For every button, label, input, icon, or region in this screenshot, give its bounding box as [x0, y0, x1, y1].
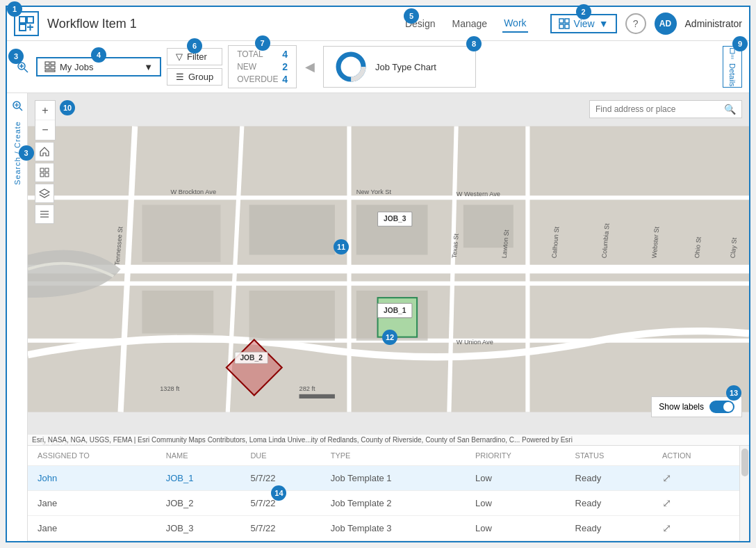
new-value: 2: [282, 61, 288, 72]
nav-work[interactable]: Work: [502, 15, 527, 33]
svg-rect-37: [249, 205, 335, 255]
svg-text:JOB_1: JOB_1: [384, 307, 406, 314]
details-button[interactable]: Details: [723, 46, 742, 88]
map-attribution: Esri, NASA, NGA, USGS, FEMA | Esri Commu…: [28, 435, 749, 445]
svg-rect-12: [51, 62, 55, 65]
svg-text:W Union Ave: W Union Ave: [457, 339, 493, 346]
cell-type: Job Template 2: [321, 491, 466, 516]
svg-rect-68: [45, 168, 49, 172]
cell-action[interactable]: ⤢: [652, 491, 739, 516]
svg-rect-13: [45, 66, 49, 69]
col-name: NAME: [156, 446, 241, 466]
svg-rect-4: [565, 19, 569, 23]
cell-name: JOB_2: [156, 491, 241, 516]
zoom-in-button[interactable]: +: [35, 101, 55, 120]
annotation-11: 11: [334, 239, 349, 255]
svg-rect-67: [40, 168, 44, 172]
svg-text:282 ft: 282 ft: [299, 385, 316, 392]
left-sidebar: 3 Search / Create: [7, 93, 28, 541]
overdue-label: OVERDUE: [237, 74, 275, 84]
svg-text:1328 ft: 1328 ft: [160, 385, 180, 392]
view-label: View: [574, 18, 595, 29]
chart-prev-icon[interactable]: ◀: [302, 59, 318, 74]
page-title: Workflow Item 1: [47, 17, 395, 31]
annotation-3b: 3: [19, 145, 34, 161]
cell-action[interactable]: ⤢: [652, 466, 739, 491]
total-label: TOTAL: [237, 49, 275, 59]
svg-rect-11: [45, 62, 49, 65]
filter-icon: ▽: [176, 51, 183, 62]
help-button[interactable]: ?: [625, 13, 646, 34]
chart-title: Job Type Chart: [375, 62, 436, 72]
cell-name: JOB_3: [156, 516, 241, 541]
admin-name: Administrator: [685, 18, 742, 29]
annotation-10: 10: [60, 100, 75, 115]
cell-type: Job Template 3: [321, 516, 466, 541]
question-icon: ?: [633, 18, 639, 29]
map-search-bar[interactable]: 🔍: [589, 100, 742, 118]
svg-rect-3: [559, 19, 564, 23]
cell-priority: Low: [466, 466, 566, 491]
cell-action[interactable]: ⤢: [652, 516, 739, 541]
cell-assigned: Jane: [28, 516, 156, 541]
svg-rect-40: [142, 291, 213, 334]
annotation-7: 7: [255, 35, 270, 51]
svg-text:New York St: New York St: [356, 188, 392, 195]
table-row[interactable]: John JOB_1 5/7/22 Job Template 1 Low Rea…: [28, 466, 739, 491]
map-container[interactable]: 282 ft 1328 ft Tennessee St New York St …: [28, 93, 749, 445]
cell-status: Ready: [566, 466, 652, 491]
col-priority: PRIORITY: [466, 446, 566, 466]
annotation-9: 9: [732, 36, 748, 51]
col-assigned: ASSIGNED TO: [28, 446, 156, 466]
svg-line-8: [24, 69, 28, 72]
cell-priority: Low: [466, 491, 566, 516]
svg-rect-2: [19, 24, 26, 31]
cell-due: 5/7/22 14: [240, 491, 320, 516]
chart-panel: Job Type Chart: [323, 46, 476, 88]
avatar: AD: [655, 13, 677, 35]
main-nav: 5 Design Manage Work: [404, 15, 528, 33]
nav-manage[interactable]: Manage: [451, 15, 489, 32]
col-type: TYPE: [321, 446, 466, 466]
annotation-4: 4: [91, 47, 106, 63]
svg-text:JOB_2: JOB_2: [240, 354, 263, 362]
zoom-out-button[interactable]: −: [35, 120, 55, 140]
home-button[interactable]: [35, 142, 54, 161]
group-icon: ☰: [176, 72, 184, 82]
svg-text:W Brockton Ave: W Brockton Ave: [171, 188, 217, 195]
table-row[interactable]: Jane JOB_2 5/7/22 14: [28, 491, 739, 516]
svg-rect-15: [45, 70, 55, 72]
col-action: ACTION: [652, 446, 739, 466]
overdue-value: 4: [282, 74, 288, 85]
show-labels-control: 13 Show labels: [651, 396, 742, 417]
cell-priority: Low: [466, 516, 566, 541]
col-status: STATUS: [566, 446, 652, 466]
annotation-13: 13: [726, 385, 741, 401]
layers-button[interactable]: [35, 184, 54, 203]
svg-rect-14: [51, 66, 55, 69]
group-button[interactable]: ☰ Group: [167, 68, 222, 86]
annotation-8: 8: [466, 36, 482, 51]
cell-status: Ready: [566, 491, 652, 516]
details-label: Details: [728, 63, 737, 87]
search-icon: 🔍: [724, 104, 736, 115]
cell-status: Ready: [566, 516, 652, 541]
svg-rect-0: [19, 17, 26, 23]
svg-line-23: [19, 108, 22, 111]
cell-due: 5/7/22: [240, 516, 320, 541]
sidebar-search-icon[interactable]: [9, 97, 26, 114]
legend-button[interactable]: [35, 204, 54, 224]
annotation-3: 3: [8, 49, 24, 64]
svg-text:JOB_3: JOB_3: [384, 215, 406, 223]
grid-button[interactable]: [35, 163, 54, 182]
annotation-2: 2: [576, 4, 591, 19]
map-background: 282 ft 1328 ft Tennessee St New York St …: [28, 93, 749, 445]
table-row[interactable]: Jane JOB_3 5/7/22 Job Template 3 Low Rea…: [28, 516, 739, 541]
map-search-input[interactable]: [595, 104, 724, 114]
cell-name: JOB_1: [156, 466, 241, 491]
cell-assigned: John: [28, 466, 156, 491]
svg-rect-36: [142, 205, 220, 262]
show-labels-toggle[interactable]: [709, 401, 734, 413]
svg-rect-6: [565, 24, 569, 29]
annotation-12: 12: [382, 330, 397, 345]
